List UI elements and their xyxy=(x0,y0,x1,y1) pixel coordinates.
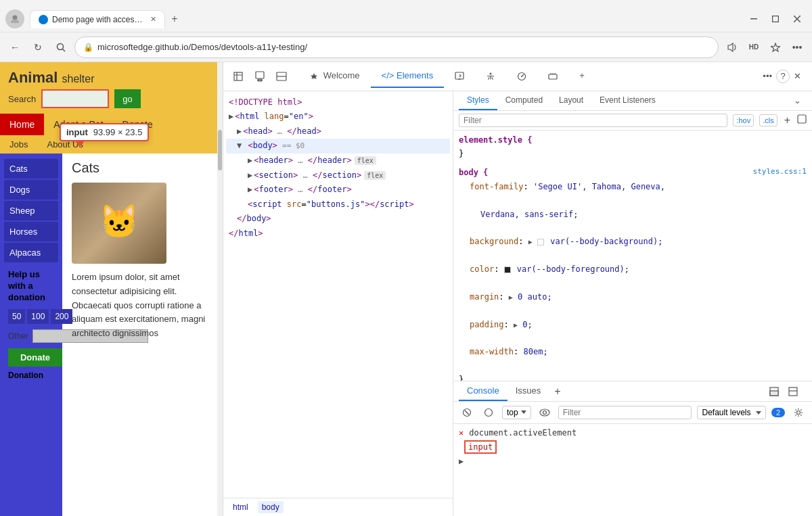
expand-console-button[interactable] xyxy=(785,383,801,400)
device-tool[interactable] xyxy=(250,67,269,86)
tree-section[interactable]: ▶<section> … </section>flex xyxy=(226,168,450,183)
nav-actions: HD ••• xyxy=(723,38,807,57)
new-tab-button[interactable]: + xyxy=(165,9,184,28)
sidebar-link-alpacas[interactable]: Alpacas xyxy=(4,243,58,262)
styles-filter-input[interactable] xyxy=(459,114,727,127)
read-aloud-button[interactable] xyxy=(723,38,742,57)
expand-result-icon[interactable]: ▶ xyxy=(459,456,464,466)
styles-tab[interactable]: Styles xyxy=(459,91,497,110)
console-clear-icon[interactable]: ✕ xyxy=(459,428,464,438)
favorites-button[interactable] xyxy=(766,38,785,57)
go-button[interactable]: go xyxy=(114,89,140,108)
minimize-button[interactable] xyxy=(744,9,763,28)
body-rule-source[interactable]: styles.css:1 xyxy=(753,166,807,179)
console-tab[interactable]: Console xyxy=(459,381,508,401)
donate-button[interactable]: Donate xyxy=(8,348,62,367)
search-button[interactable] xyxy=(51,38,70,57)
tree-head[interactable]: ▶<head> … </head> xyxy=(226,124,450,139)
dock-tool[interactable] xyxy=(272,67,291,86)
color-swatch-foreground xyxy=(504,266,511,273)
clear-console-button[interactable] xyxy=(459,404,475,421)
tree-header[interactable]: ▶<header> … </header>flex xyxy=(226,154,450,168)
close-button[interactable] xyxy=(788,9,807,28)
issues-tab[interactable]: Issues xyxy=(508,381,549,401)
add-rule-button[interactable]: + xyxy=(784,114,790,126)
html-tree: <!DOCTYPE html> ▶<html lang="en"> ▶<head… xyxy=(223,91,453,498)
devtools-toolbar: Welcome </> Elements xyxy=(223,62,812,91)
dock-console-button[interactable] xyxy=(766,383,782,400)
chevron-down-icon[interactable]: ⌄ xyxy=(788,95,807,105)
active-tab[interactable]: Demo page with accessibility iss... ✕ xyxy=(30,10,165,28)
devtools-panel: Welcome </> Elements xyxy=(223,62,812,516)
level-selector[interactable]: Default levels xyxy=(697,406,765,419)
sidebar-link-dogs[interactable]: Dogs xyxy=(4,180,58,200)
cls-button[interactable]: .cls xyxy=(759,114,777,126)
maximize-button[interactable] xyxy=(766,9,785,28)
close-tab-icon[interactable]: ✕ xyxy=(150,15,156,24)
close-devtools-icon[interactable]: ✕ xyxy=(794,71,801,81)
tree-script[interactable]: <script src="buttons.js"></script> xyxy=(226,197,450,212)
amt-100-button[interactable]: 100 xyxy=(27,309,49,324)
home-menu-item[interactable]: Home xyxy=(0,114,44,135)
tab-accessibility[interactable] xyxy=(475,65,506,88)
tree-body[interactable]: ▼ <body> == $0 xyxy=(226,139,450,154)
donation-footer: Donation xyxy=(8,371,54,380)
tab-performance[interactable] xyxy=(506,65,537,88)
layout-tab[interactable]: Layout xyxy=(551,91,591,110)
inspect-tool[interactable] xyxy=(229,67,248,86)
hd-button[interactable]: HD xyxy=(744,38,763,57)
add-panel-button[interactable]: + xyxy=(549,383,566,400)
context-selector[interactable]: top xyxy=(502,406,531,419)
tab-title: Demo page with accessibility iss... xyxy=(52,15,143,24)
svg-point-0 xyxy=(13,15,18,20)
filter-console-button[interactable] xyxy=(480,404,497,421)
settings-button[interactable]: ••• xyxy=(788,38,807,57)
refresh-button[interactable] xyxy=(797,114,807,126)
console-command: document.activeElement xyxy=(469,428,807,438)
eye-button[interactable] xyxy=(537,404,553,421)
hov-button[interactable]: :hov xyxy=(733,114,754,126)
body-rule-close: } xyxy=(459,375,464,381)
breadcrumb-html[interactable]: html xyxy=(229,501,252,513)
tree-html-close: </html> xyxy=(226,227,450,241)
max-width-prop: max-width: 80em; xyxy=(459,345,807,358)
site-panel: input 93.99 × 23.5 Animal shelter Search… xyxy=(0,62,223,516)
breadcrumb-body[interactable]: body xyxy=(258,501,284,513)
tab-memory[interactable] xyxy=(537,65,568,88)
address-bar[interactable]: 🔒 microsoftedge.github.io/Demos/devtools… xyxy=(74,37,719,58)
font-family-cont: Verdana, sans-serif; xyxy=(459,208,807,221)
address-text: microsoftedge.github.io/Demos/devtools-a… xyxy=(97,42,710,52)
window-controls xyxy=(744,9,807,28)
html-panel: <!DOCTYPE html> ▶<html lang="en"> ▶<head… xyxy=(223,91,453,516)
tree-doctype: <!DOCTYPE html> xyxy=(226,95,450,110)
console-settings-button[interactable] xyxy=(790,404,807,421)
computed-tab[interactable]: Computed xyxy=(497,91,551,110)
nav-bar: ← ↻ 🔒 microsoftedge.github.io/Demos/devt… xyxy=(0,32,812,62)
tab-add[interactable]: + xyxy=(568,65,595,88)
back-button[interactable]: ← xyxy=(5,38,24,57)
console-filter-input[interactable] xyxy=(558,406,692,419)
tree-footer[interactable]: ▶<footer> … </footer> xyxy=(226,183,450,197)
console-toolbar: top Default levels 2 xyxy=(453,402,812,424)
jobs-sub-item[interactable]: Jobs xyxy=(0,135,37,154)
site-title: Animal shelter xyxy=(8,69,215,87)
scroll-thumb[interactable] xyxy=(218,130,222,170)
sidebar-link-horses[interactable]: Horses xyxy=(4,222,58,241)
tab-elements[interactable]: </> Elements xyxy=(371,65,445,88)
help-icon[interactable]: ? xyxy=(776,70,790,83)
profile-icon[interactable] xyxy=(5,9,24,28)
more-options-icon[interactable]: ••• xyxy=(763,71,772,81)
amt-50-button[interactable]: 50 xyxy=(8,309,25,324)
sidebar-link-sheep[interactable]: Sheep xyxy=(4,201,58,220)
svg-rect-13 xyxy=(455,72,464,79)
sidebar-link-cats[interactable]: Cats xyxy=(4,159,58,179)
reload-button[interactable]: ↻ xyxy=(28,38,47,57)
event-listeners-tab[interactable]: Event Listeners xyxy=(591,91,664,110)
tooltip-box: input 93.99 × 23.5 xyxy=(60,123,149,141)
element-style-selector: element.style { xyxy=(459,135,532,145)
search-input[interactable] xyxy=(41,89,109,108)
tab-emulation[interactable] xyxy=(444,65,475,88)
tree-html[interactable]: ▶<html lang="en"> xyxy=(226,110,450,124)
tab-welcome[interactable]: Welcome xyxy=(299,65,371,88)
console-area: Console Issues + xyxy=(453,381,812,516)
